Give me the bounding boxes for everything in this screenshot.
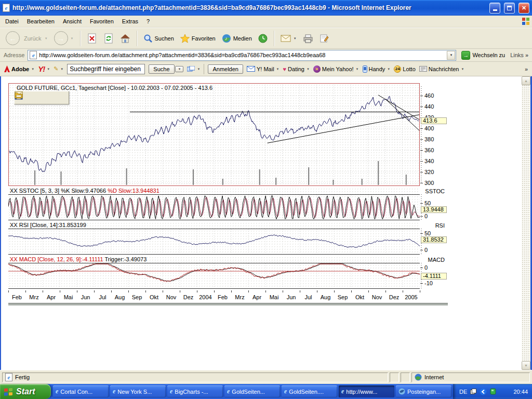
task-bigcharts[interactable]: eBigCharts -... xyxy=(167,385,223,397)
favorites-button[interactable]: Favoriten xyxy=(178,32,218,45)
start-button[interactable]: Start xyxy=(0,384,51,399)
gold-chart-image: GOLD FUTURE, GCc1, Tageschart [Close] - … xyxy=(8,83,448,307)
search-button[interactable]: Suchen xyxy=(141,32,177,45)
yahoo-search-button[interactable]: Suche xyxy=(149,64,174,74)
layout-tray-icon[interactable] xyxy=(470,389,476,394)
axis-tick xyxy=(420,203,423,204)
address-field[interactable]: http://www.goldseiten-forum.de/attachmen… xyxy=(28,50,456,61)
dating-label: Dating xyxy=(288,66,304,72)
back-label: Zurück xyxy=(24,35,42,42)
language-bar-tray-icon[interactable] xyxy=(480,388,487,395)
menu-bearbeiten[interactable]: Bearbeiten xyxy=(23,17,59,26)
chart-mini-toolbar xyxy=(14,91,69,104)
yahoo-search-input[interactable] xyxy=(67,64,145,74)
language-indicator[interactable]: DE xyxy=(459,389,467,395)
task-cortal[interactable]: eCortal Con... xyxy=(53,385,109,397)
signin-button[interactable]: Anmelden xyxy=(208,64,243,74)
lotto-label: Lotto xyxy=(403,66,415,72)
axis-tick xyxy=(420,250,423,250)
forward-button[interactable]: → ▼ xyxy=(51,30,76,47)
news-menu[interactable]: Nachrichten ▼ xyxy=(419,66,464,72)
print-button[interactable] xyxy=(300,32,316,45)
month-tick xyxy=(60,290,60,292)
title-bar[interactable]: http://www.goldseiten-forum.de/attachmen… xyxy=(0,0,532,16)
panel-axis-label: RSI xyxy=(423,222,447,229)
maximize-button[interactable] xyxy=(504,3,515,14)
start-flag-icon xyxy=(4,388,13,396)
scroll-down-button[interactable]: ▼ xyxy=(522,361,530,370)
address-dropdown-button[interactable]: ▼ xyxy=(447,51,455,60)
mail-chart-button[interactable] xyxy=(42,92,52,103)
month-tick xyxy=(128,290,129,292)
task-goldseiten-2[interactable]: eGoldSeiten.... xyxy=(282,385,337,397)
month-tick xyxy=(231,290,232,292)
layout-menu[interactable]: ▼ xyxy=(187,66,200,72)
scroll-up-button[interactable]: ▲ xyxy=(522,76,530,85)
mail-button[interactable]: ▼ xyxy=(278,33,299,44)
axis-tick-label: 320 xyxy=(424,169,434,175)
close-button[interactable]: ✕ xyxy=(518,3,529,14)
yahoo-overflow-chevron[interactable]: » xyxy=(525,66,528,72)
dropdown-icon: ▼ xyxy=(60,68,63,71)
axis-tick xyxy=(420,128,423,129)
edit-button[interactable] xyxy=(317,32,331,45)
yahoo-logo: Y! xyxy=(38,64,45,73)
mein-yahoo-menu[interactable]: M Mein Yahoo! ▼ xyxy=(313,65,359,73)
menu-datei[interactable]: Datei xyxy=(1,17,23,26)
axis-tick xyxy=(420,268,423,268)
zone-label: Internet xyxy=(424,374,444,380)
internet-globe-icon xyxy=(415,374,422,381)
yahoo-menu[interactable]: Y! ▼ xyxy=(38,64,50,73)
task-label: Posteingan... xyxy=(407,389,441,395)
ymail-label: Y! Mail xyxy=(257,66,274,72)
history-button[interactable] xyxy=(256,32,270,45)
month-tick xyxy=(214,290,215,292)
media-button[interactable]: ♪ Medien xyxy=(219,32,255,45)
yahoo-search-dropdown[interactable]: ▼ xyxy=(175,66,184,72)
stop-button[interactable] xyxy=(84,32,100,45)
links-button[interactable]: Links » xyxy=(510,52,528,58)
menu-hilfe[interactable]: ? xyxy=(142,17,154,26)
month-tick xyxy=(283,290,283,292)
back-button[interactable]: ← Zurück ▼ xyxy=(3,30,50,47)
adobe-menu[interactable]: Adobe ▼ xyxy=(4,65,34,72)
go-button[interactable]: → Wechseln zu xyxy=(459,50,507,60)
panel-axis-label: SSTOC xyxy=(423,188,447,194)
minimize-button[interactable] xyxy=(489,3,500,14)
ie-task-icon: e xyxy=(227,388,230,395)
green-tray-icon[interactable] xyxy=(490,388,496,395)
export-chart-button[interactable] xyxy=(54,92,65,103)
task-nyse[interactable]: eNew York S... xyxy=(110,385,166,397)
task-label: http://www... xyxy=(346,389,377,395)
print-chart-button[interactable] xyxy=(29,92,40,103)
macd-panel: XX MACD [Close, 12, 26, 9]:-4.11111 Trig… xyxy=(8,256,420,289)
macd-value: XX MACD [Close, 12, 26, 9]:-4.11111 xyxy=(10,256,104,262)
handy-menu[interactable]: Handy ▼ xyxy=(363,65,391,73)
home-button[interactable] xyxy=(117,32,133,45)
pencil-menu[interactable]: ✎ ▼ xyxy=(54,65,63,72)
month-tick xyxy=(77,290,77,292)
task-goldseiten-1[interactable]: eGoldSeiten... xyxy=(224,385,280,397)
task-label: Cortal Con... xyxy=(60,389,92,395)
system-tray: DE 20:44 xyxy=(453,384,532,399)
vertical-scrollbar[interactable]: ▲ ▼ xyxy=(522,76,530,370)
status-pane xyxy=(401,373,410,382)
month-tick xyxy=(385,290,386,292)
dating-menu[interactable]: ♥ Dating ▼ xyxy=(283,66,310,72)
ymail-menu[interactable]: Y! Mail ▼ xyxy=(247,66,280,72)
dropdown-icon: ▼ xyxy=(178,68,181,71)
mail-bird-icon xyxy=(398,388,405,395)
lotto-menu[interactable]: 24 Lotto xyxy=(394,65,415,73)
refresh-button[interactable] xyxy=(101,32,116,45)
navigation-toolbar: ← Zurück ▼ → ▼ Suchen Favoriten ♪ Med xyxy=(0,28,532,49)
chart-title: GOLD FUTURE, GCc1, Tageschart [Close] - … xyxy=(17,85,212,91)
task-attachment-active[interactable]: ehttp://www... xyxy=(339,385,394,397)
task-posteingang[interactable]: Posteingan... xyxy=(396,385,451,397)
price-chart xyxy=(9,84,419,185)
axis-tick-label: 440 xyxy=(424,103,434,110)
month-tick xyxy=(334,290,335,292)
menu-ansicht[interactable]: Ansicht xyxy=(59,17,86,26)
menu-extras[interactable]: Extras xyxy=(118,17,142,26)
url-text[interactable]: http://www.goldseiten-forum.de/attachmen… xyxy=(39,52,445,58)
menu-favoriten[interactable]: Favoriten xyxy=(86,17,118,26)
